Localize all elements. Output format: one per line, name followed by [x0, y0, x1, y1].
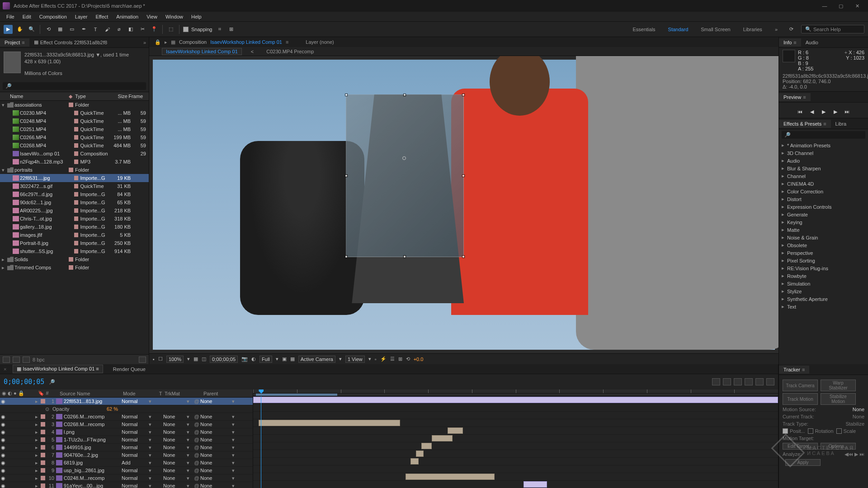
tab-audio[interactable]: Audio: [801, 38, 823, 47]
pickwhip-icon[interactable]: @: [193, 483, 200, 488]
pickwhip-icon[interactable]: @: [193, 437, 200, 442]
motion-source-value[interactable]: None: [853, 407, 864, 412]
layer-row[interactable]: ◉▸9usp_big...2861.jpgNormal▾None▾@None▾: [0, 467, 253, 474]
close-button[interactable]: ✕: [849, 1, 865, 11]
zoom-select[interactable]: 100%: [166, 356, 184, 363]
analyze-controls[interactable]: ◀⏮ ▶ ⏭: [844, 451, 864, 457]
project-list[interactable]: ▾assosiationsFolderC0230.MP4QuickTime...…: [0, 101, 149, 354]
render-queue-tab[interactable]: Render Queue: [109, 366, 149, 373]
flow-current[interactable]: IsaevWorkshop Linked Comp 01: [162, 48, 242, 55]
camera-select[interactable]: Active Camera: [298, 356, 335, 363]
pickwhip-icon[interactable]: @: [193, 460, 200, 465]
fast-preview-icon[interactable]: ⚡: [380, 356, 387, 362]
pickwhip-icon[interactable]: @: [193, 452, 200, 458]
pickwhip-icon[interactable]: @: [193, 468, 200, 473]
current-time-indicator[interactable]: [261, 396, 261, 488]
project-row[interactable]: gallery...18.jpgImporte...G180 KB: [0, 223, 149, 231]
scale-checkbox[interactable]: [836, 428, 842, 434]
project-row[interactable]: ▸Trimmed CompsFolder: [0, 263, 149, 272]
pen-tool[interactable]: ✒: [79, 25, 88, 34]
layer-clip[interactable]: [253, 397, 778, 403]
menu-layer[interactable]: Layer: [71, 13, 91, 20]
comp-flow-icon[interactable]: ▸: [165, 39, 167, 45]
pickwhip-icon[interactable]: @: [193, 414, 200, 419]
effects-category[interactable]: ▸Noise & Grain: [779, 234, 868, 241]
workspace-small-screen[interactable]: Small Screen: [697, 26, 734, 33]
layer-row[interactable]: ◉▸4l.pngNormal▾None▾@None▾: [0, 428, 253, 436]
last-frame-button[interactable]: ⏭: [843, 108, 851, 115]
project-row[interactable]: C0266.MP4QuickTime199 MB59: [0, 133, 149, 141]
tab-effect-controls[interactable]: ▦ Effect Controls 22f8531a8b2f8: [29, 38, 112, 47]
project-search[interactable]: 🔎: [3, 82, 146, 90]
track-camera-button[interactable]: Track Camera: [783, 380, 818, 391]
menu-animation[interactable]: Animation: [113, 13, 142, 20]
zoom-tool[interactable]: 🔍: [27, 25, 36, 34]
flow-back[interactable]: <: [247, 48, 257, 55]
track-row[interactable]: [253, 427, 778, 435]
track-row[interactable]: [253, 435, 778, 442]
brush-tool[interactable]: 🖌: [103, 25, 112, 34]
effects-category[interactable]: ▸Color Correction: [779, 188, 868, 195]
play-button[interactable]: ▶: [820, 108, 828, 115]
mask-icon[interactable]: ◫: [202, 356, 206, 362]
effects-category[interactable]: ▸Matte: [779, 226, 868, 234]
interpret-footage-button[interactable]: [3, 357, 10, 363]
col-t[interactable]: T: [156, 391, 165, 396]
composition-viewer[interactable]: [149, 56, 778, 353]
pickwhip-icon[interactable]: @: [193, 475, 200, 481]
comp-name[interactable]: IsaevWorkshop Linked Comp 01: [210, 39, 282, 45]
project-row[interactable]: ▸SolidsFolder: [0, 255, 149, 263]
flow-precomp[interactable]: C0230.MP4 Precomp: [263, 48, 317, 55]
sync-icon[interactable]: ⟳: [787, 25, 796, 34]
track-row[interactable]: [253, 412, 778, 419]
views-dd-icon[interactable]: ▾: [368, 356, 371, 362]
type-tool[interactable]: T: [91, 25, 100, 34]
project-row[interactable]: C0230.MP4QuickTime... MB59: [0, 109, 149, 117]
effects-category[interactable]: ▸Stylize: [779, 287, 868, 295]
layer-clip[interactable]: [432, 435, 453, 441]
viewer-timecode[interactable]: 0;00;00;05: [210, 356, 238, 363]
workspace-standard[interactable]: Standard: [665, 26, 692, 33]
comp-menu-icon[interactable]: ≡: [286, 39, 288, 45]
tab-libraries[interactable]: Libra: [831, 120, 851, 128]
effects-category[interactable]: ▸3D Channel: [779, 149, 868, 157]
current-timecode[interactable]: 0;00;00;05: [4, 378, 44, 386]
visibility-toggle[interactable]: ◉: [0, 460, 6, 466]
menu-window[interactable]: Window: [162, 13, 187, 20]
effects-category[interactable]: ▸Synthetic Aperture: [779, 295, 868, 303]
col-parent[interactable]: Parent: [194, 391, 240, 396]
project-row[interactable]: C0251.MP4QuickTime... MB59: [0, 125, 149, 133]
res-dd-icon[interactable]: ▾: [276, 356, 278, 362]
eraser-tool[interactable]: ◧: [126, 25, 135, 34]
project-row[interactable]: images.jfifImporte...G5 KB: [0, 231, 149, 239]
minimize-button[interactable]: —: [816, 1, 833, 11]
tabs-overflow-icon[interactable]: »: [141, 40, 149, 45]
timeline-tab[interactable]: ▦ IsaevWorkshop Linked Comp 01 ≡: [13, 365, 103, 373]
layer-row[interactable]: ◉▸2C0266.M...recompNormal▾None▾@None▾: [0, 413, 253, 421]
track-motion-button[interactable]: Track Motion: [783, 393, 818, 405]
edit-target-button[interactable]: Edit Target...: [783, 443, 818, 450]
frame-blend-button[interactable]: [745, 378, 753, 385]
track-row[interactable]: [253, 458, 778, 465]
project-row[interactable]: ▾assosiationsFolder: [0, 101, 149, 109]
orbit-tool[interactable]: ⟲: [44, 25, 53, 34]
pickwhip-icon[interactable]: @: [193, 445, 200, 450]
track-row[interactable]: [253, 473, 778, 481]
delete-button[interactable]: [139, 357, 146, 363]
pan-behind-tool[interactable]: ▦: [56, 25, 65, 34]
visibility-toggle[interactable]: ◉: [0, 452, 6, 458]
project-row[interactable]: ▾portraitsFolder: [0, 166, 149, 174]
layer-clip[interactable]: [421, 443, 432, 449]
layer-list[interactable]: ◉▸122f8531...813.jpgNormal▾▾@None▾⊙Opaci…: [0, 398, 253, 488]
snap-align-icon[interactable]: ⊞: [227, 25, 236, 34]
track-row[interactable]: [253, 481, 778, 488]
views-select[interactable]: 1 View: [345, 356, 365, 363]
project-row[interactable]: Chris-T...ot.jpgImporte...G318 KB: [0, 215, 149, 223]
layer-row[interactable]: ◉▸51-TUz2u...FTw.pngNormal▾None▾@None▾: [0, 436, 253, 444]
motion-blur-button[interactable]: [755, 378, 764, 385]
layer-property-row[interactable]: ⊙Opacity62 %: [0, 405, 253, 413]
project-row[interactable]: 3022472...s.gifQuickTime31 KB: [0, 182, 149, 190]
col-source[interactable]: Source Name: [52, 391, 123, 396]
track-panel[interactable]: :0001s02s03s04s05s06s07s08s09s10s11s12s: [253, 389, 778, 488]
snapshot-icon[interactable]: 📷: [241, 356, 248, 362]
